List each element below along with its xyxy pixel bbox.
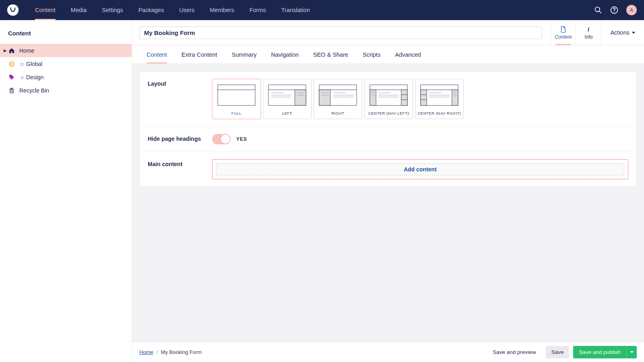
svg-text:i: i [588,26,590,33]
editor-header: Content i Info Actions [132,20,644,45]
properties-panel: Layout FULL [139,71,637,187]
info-icon: i [585,26,592,33]
user-avatar[interactable]: A [626,5,637,15]
svg-rect-20 [11,88,12,89]
home-icon [8,47,15,54]
layout-option-left[interactable]: LEFT [263,79,312,119]
layout-preview-icon [365,79,413,109]
layout-preview-icon [314,79,362,109]
layout-option-center-nav-right[interactable]: CENTER (NAV RIGHT) [415,79,464,119]
editor-apps: Content i Info [550,20,601,45]
layout-caption: CENTER (NAV RIGHT) [415,109,463,119]
nav-label: Users [179,7,194,13]
svg-rect-54 [421,90,427,105]
actions-label: Actions [610,29,630,36]
breadcrumb: Home / My Booking Form [139,349,483,355]
subtab-seo-share[interactable]: SEO & Share [306,45,355,64]
svg-point-11 [23,65,23,66]
tree-item-design[interactable]: Design [0,70,132,84]
button-label: Save [551,349,564,355]
save-button[interactable]: Save [546,346,570,358]
app-tab-info[interactable]: i Info [576,20,601,45]
app-logo[interactable] [7,4,19,16]
svg-point-8 [21,63,22,64]
breadcrumb-separator: / [156,349,158,355]
prop-row-main-content: Main content Add content [140,152,636,187]
nav-translation[interactable]: Translation [274,0,318,20]
tree-dots-icon [21,74,24,80]
add-content-button[interactable]: Add content [216,163,624,175]
svg-rect-34 [319,90,330,105]
subtab-navigation[interactable]: Navigation [264,45,306,64]
subtab-label: Summary [231,51,256,58]
svg-rect-26 [295,90,306,105]
prop-row-hide-headings: Hide page headings YES [140,127,636,152]
layout-option-right[interactable]: RIGHT [314,79,362,119]
page-title-input[interactable] [139,27,542,39]
app-tab-content[interactable]: Content [551,20,576,45]
nav-content[interactable]: Content [27,0,63,20]
svg-line-2 [599,11,601,13]
nav-settings[interactable]: Settings [94,0,130,20]
tree-label: Home [19,47,128,54]
editor-subtabs: Content Extra Content Summary Navigation… [132,45,644,64]
nav-media[interactable]: Media [63,0,95,20]
save-and-publish-button[interactable]: Save and publish [573,346,626,358]
tree-item-global[interactable]: Global [0,57,132,70]
breadcrumb-home-link[interactable]: Home [139,349,153,355]
svg-point-12 [21,76,22,77]
prop-label: Main content [148,159,212,179]
layout-option-full[interactable]: FULL [212,79,261,119]
prop-row-layout: Layout FULL [140,72,636,127]
search-button[interactable] [590,0,606,20]
publish-button-group: Save and publish [573,346,637,358]
avatar-initial: A [630,7,633,13]
prop-label: Hide page headings [148,134,212,144]
sidebar-title: Content [0,20,132,44]
search-icon [594,6,602,14]
content-tree: ▶ Home Global Design Recycle Bin [0,44,132,97]
actions-menu[interactable]: Actions [601,20,644,45]
tree-caret-icon[interactable]: ▶ [3,48,7,53]
tree-label: Design [26,74,128,80]
subtab-summary[interactable]: Summary [224,45,264,64]
umbraco-logo-icon [7,4,19,16]
chevron-down-icon [630,351,634,353]
subtab-label: Scripts [363,51,380,58]
svg-rect-22 [218,85,255,105]
tag-icon [8,74,15,81]
nav-label: Translation [281,7,310,13]
app-tab-label: Content [555,34,572,40]
svg-rect-43 [401,90,407,105]
help-button[interactable] [606,0,622,20]
save-and-preview-button[interactable]: Save and preview [487,346,541,358]
sidebar: Content ▶ Home Global Design [0,20,132,362]
layout-options: FULL LEFT [212,79,628,119]
subtab-content[interactable]: Content [139,45,174,64]
nav-users[interactable]: Users [171,0,202,20]
publish-dropdown-button[interactable] [626,346,637,358]
svg-rect-16 [10,89,13,93]
hide-headings-toggle[interactable] [212,134,231,144]
nav-forms[interactable]: Forms [242,0,274,20]
subtab-advanced[interactable]: Advanced [388,45,428,64]
svg-point-14 [21,78,22,79]
subtab-extra-content[interactable]: Extra Content [174,45,225,64]
layout-option-center-nav-left[interactable]: CENTER (NAV LEFT) [364,79,413,119]
layout-caption: FULL [213,109,260,119]
help-icon [610,6,618,14]
nav-members[interactable]: Members [202,0,242,20]
svg-point-13 [23,76,23,77]
nav-packages[interactable]: Packages [131,0,172,20]
layout-caption: RIGHT [314,109,362,119]
button-label: Save and publish [579,349,621,355]
tree-item-home[interactable]: ▶ Home [0,44,132,57]
subtab-scripts[interactable]: Scripts [355,45,388,64]
breadcrumb-current: My Booking Form [161,349,202,355]
tree-item-recycle-bin[interactable]: Recycle Bin [0,84,132,97]
top-nav-menu: Content Media Settings Packages Users Me… [27,0,318,20]
svg-point-15 [23,78,23,79]
tree-label: Global [26,61,128,67]
layout-preview-icon [213,79,260,109]
nav-label: Forms [250,7,266,13]
